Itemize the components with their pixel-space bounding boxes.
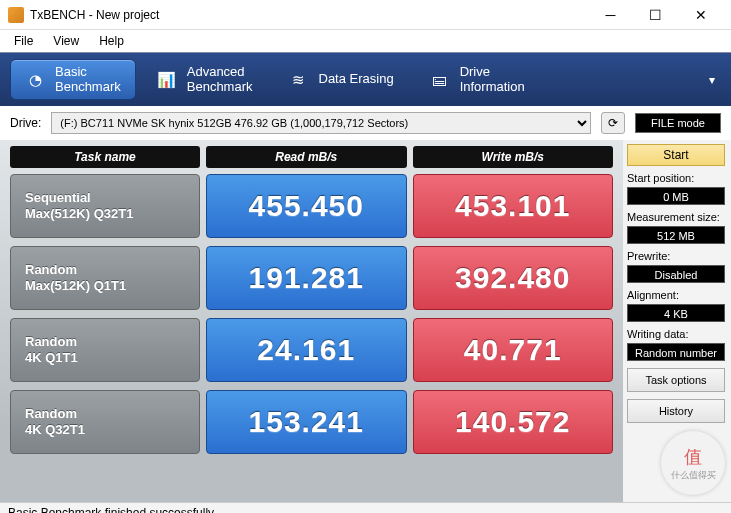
task-name: RandomMax(512K) Q1T1 [10, 246, 200, 310]
refresh-button[interactable]: ⟳ [601, 112, 625, 134]
file-mode-button[interactable]: FILE mode [635, 113, 721, 133]
tab-advanced-benchmark[interactable]: 📊 AdvancedBenchmark [142, 59, 268, 100]
prewrite-value[interactable]: Disabled [627, 265, 725, 283]
read-value: 153.241 [206, 390, 407, 454]
menu-bar: File View Help [0, 30, 731, 52]
tab-data-erasing[interactable]: ≋ Data Erasing [274, 59, 409, 100]
start-position-value[interactable]: 0 MB [627, 187, 725, 205]
write-value: 392.480 [413, 246, 614, 310]
result-row: RandomMax(512K) Q1T1 191.281 392.480 [10, 246, 613, 310]
status-bar: Basic Benchmark finished successfully. [0, 502, 731, 513]
measurement-size-label: Measurement size: [627, 211, 725, 223]
start-button[interactable]: Start [627, 144, 725, 166]
menu-view[interactable]: View [45, 32, 87, 50]
window-title: TxBENCH - New project [30, 8, 588, 22]
drive-select[interactable]: (F:) BC711 NVMe SK hynix 512GB 476.92 GB… [51, 112, 591, 134]
drive-label: Drive: [10, 116, 41, 130]
writing-data-value[interactable]: Random number [627, 343, 725, 361]
result-row: Random4K Q1T1 24.161 40.771 [10, 318, 613, 382]
tab-drive-information[interactable]: 🖴 DriveInformation [415, 59, 540, 100]
prewrite-label: Prewrite: [627, 250, 725, 262]
measurement-size-value[interactable]: 512 MB [627, 226, 725, 244]
menu-file[interactable]: File [6, 32, 41, 50]
alignment-value[interactable]: 4 KB [627, 304, 725, 322]
history-button[interactable]: History [627, 399, 725, 423]
header-write: Write mB/s [413, 146, 614, 168]
maximize-button[interactable]: ☐ [633, 1, 678, 29]
minimize-button[interactable]: ─ [588, 1, 633, 29]
start-position-label: Start position: [627, 172, 725, 184]
result-row: Random4K Q32T1 153.241 140.572 [10, 390, 613, 454]
chart-icon: 📊 [157, 70, 177, 90]
close-button[interactable]: ✕ [678, 1, 723, 29]
tab-bar: ◔ BasicBenchmark 📊 AdvancedBenchmark ≋ D… [0, 52, 731, 106]
tab-basic-benchmark[interactable]: ◔ BasicBenchmark [10, 59, 136, 100]
task-options-button[interactable]: Task options [627, 368, 725, 392]
read-value: 24.161 [206, 318, 407, 382]
task-name: Random4K Q32T1 [10, 390, 200, 454]
header-read: Read mB/s [206, 146, 407, 168]
app-icon [8, 7, 24, 23]
write-value: 40.771 [413, 318, 614, 382]
alignment-label: Alignment: [627, 289, 725, 301]
tab-dropdown[interactable]: ▾ [703, 59, 721, 100]
titlebar: TxBENCH - New project ─ ☐ ✕ [0, 0, 731, 30]
drive-bar: Drive: (F:) BC711 NVMe SK hynix 512GB 47… [0, 106, 731, 140]
results-panel: Task name Read mB/s Write mB/s Sequentia… [0, 140, 623, 502]
write-value: 140.572 [413, 390, 614, 454]
drive-icon: 🖴 [430, 70, 450, 90]
erase-icon: ≋ [289, 70, 309, 90]
result-row: SequentialMax(512K) Q32T1 455.450 453.10… [10, 174, 613, 238]
read-value: 455.450 [206, 174, 407, 238]
writing-data-label: Writing data: [627, 328, 725, 340]
sidebar: Start Start position: 0 MB Measurement s… [623, 140, 731, 502]
gauge-icon: ◔ [25, 70, 45, 90]
write-value: 453.101 [413, 174, 614, 238]
task-name: SequentialMax(512K) Q32T1 [10, 174, 200, 238]
menu-help[interactable]: Help [91, 32, 132, 50]
task-name: Random4K Q1T1 [10, 318, 200, 382]
read-value: 191.281 [206, 246, 407, 310]
header-task: Task name [10, 146, 200, 168]
